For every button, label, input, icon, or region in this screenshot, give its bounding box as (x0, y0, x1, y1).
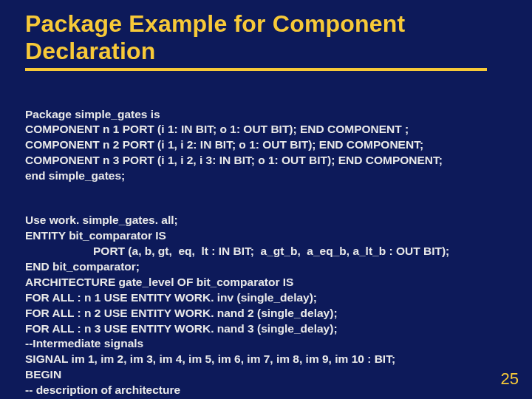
code-line: BEGIN (25, 368, 61, 381)
slide: Package Example for Component Declaratio… (0, 0, 532, 399)
slide-title: Package Example for Component Declaratio… (25, 10, 511, 65)
code-line: FOR ALL : n 1 USE ENTITY WORK. inv (sing… (25, 291, 317, 304)
code-block-package: Package simple_gates is COMPONENT n 1 PO… (25, 92, 511, 185)
code-line-indented: PORT (a, b, gt, eq, lt : IN BIT; a_gt_b,… (25, 244, 449, 259)
title-underline (25, 68, 487, 71)
code-line: FOR ALL : n 2 USE ENTITY WORK. nand 2 (s… (25, 307, 338, 319)
code-line: FOR ALL : n 3 USE ENTITY WORK. nand 3 (s… (25, 322, 338, 335)
code-line: Use work. simple_gates. all; (25, 214, 178, 226)
code-block-use: Use work. simple_gates. all; ENTITY bit_… (25, 197, 511, 399)
title-line-2: Declaration (25, 38, 155, 64)
title-line-1: Package Example for Component (25, 10, 405, 37)
code-line: end simple_gates; (25, 169, 125, 182)
code-line: Package simple_gates is (25, 108, 160, 120)
code-line: COMPONENT n 3 PORT (i 1, i 2, i 3: IN BI… (25, 154, 443, 166)
code-line: SIGNAL im 1, im 2, im 3, im 4, im 5, im … (25, 352, 395, 365)
code-line: --Intermediate signals (25, 337, 143, 349)
code-line: COMPONENT n 1 PORT (i 1: IN BIT; o 1: OU… (25, 123, 409, 135)
code-line: -- description of architecture (25, 383, 180, 396)
code-line: END bit_comparator; (25, 260, 140, 273)
code-line: ENTITY bit_comparator IS (25, 229, 166, 242)
page-number: 25 (501, 369, 519, 389)
code-line: ARCHITECTURE gate_level OF bit_comparato… (25, 276, 293, 288)
code-line: COMPONENT n 2 PORT (i 1, i 2: IN BIT; o … (25, 138, 423, 151)
